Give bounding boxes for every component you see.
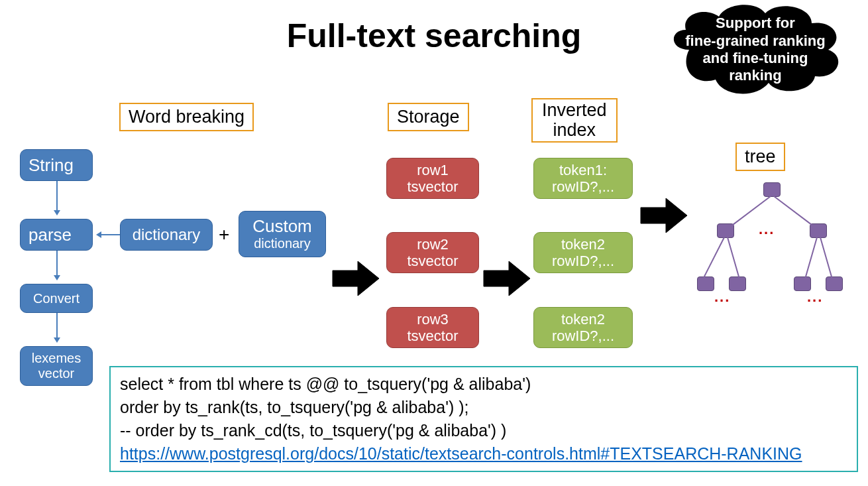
token1-l2: rowID?,... xyxy=(552,178,614,195)
tree-node-l3-1 xyxy=(697,276,714,291)
docs-link[interactable]: https://www.postgresql.org/docs/10/stati… xyxy=(120,444,802,463)
tree-edge xyxy=(820,237,833,278)
arrow-to-index xyxy=(482,259,532,301)
row3-l1: row3 xyxy=(417,311,449,328)
sql-line3: -- order by ts_rank_cd(ts, to_tsquery('p… xyxy=(120,419,847,442)
plus-sign: + xyxy=(219,224,229,245)
tree-dots-left: ... xyxy=(714,288,730,306)
label-tree: tree xyxy=(735,143,785,171)
box-convert: Convert xyxy=(20,284,93,313)
box-row1: row1 tsvector xyxy=(386,158,479,199)
custom-line1: Custom xyxy=(252,217,312,237)
tree-node-l2-right xyxy=(810,223,827,238)
sql-line1: select * from tbl where ts @@ to_tsquery… xyxy=(120,373,847,396)
token3-l1: token2 xyxy=(561,311,605,328)
token2-l1: token2 xyxy=(561,236,605,253)
box-row3: row3 tsvector xyxy=(386,307,479,348)
label-storage: Storage xyxy=(388,103,469,131)
tree-root xyxy=(763,182,781,197)
row1-l1: row1 xyxy=(417,162,449,178)
callout-cloud: Support for fine-grained ranking and fin… xyxy=(663,0,848,99)
box-string: String xyxy=(20,149,93,181)
tree-edge xyxy=(804,237,818,278)
lexemes-line1: lexemes xyxy=(32,351,81,366)
box-token2: token2 rowID?,... xyxy=(533,232,633,273)
lexemes-line2: vector xyxy=(38,366,74,381)
sql-example-box: select * from tbl where ts @@ to_tsquery… xyxy=(109,366,858,472)
sql-line2: order by ts_rank(ts, to_tsquery('pg & al… xyxy=(120,396,847,419)
box-dictionary: dictionary xyxy=(120,219,213,251)
row3-l2: tsvector xyxy=(407,328,458,344)
custom-line2: dictionary xyxy=(254,236,311,251)
tree-edge xyxy=(727,237,740,278)
label-word-breaking: Word breaking xyxy=(119,103,254,131)
tree-edge xyxy=(773,196,812,225)
arrow-dict-parse xyxy=(98,234,120,235)
label-inverted-index: Inverted index xyxy=(531,98,618,143)
slide-title: Full-text searching xyxy=(287,17,582,55)
tree-edge xyxy=(703,237,725,278)
tree-node-l3-4 xyxy=(826,276,843,291)
arrow-to-storage xyxy=(331,259,381,301)
arrow-to-tree xyxy=(639,196,689,238)
cloud-text: Support for fine-grained ranking and fin… xyxy=(678,15,832,85)
token1-l1: token1: xyxy=(559,162,607,178)
token3-l2: rowID?,... xyxy=(552,328,614,344)
tree-node-l3-2 xyxy=(729,276,746,291)
token2-l2: rowID?,... xyxy=(552,253,614,269)
arrow-convert-lexemes xyxy=(56,313,58,341)
row2-l1: row2 xyxy=(417,236,449,253)
tree-dots-right: ... xyxy=(807,288,823,306)
box-token1: token1: rowID?,... xyxy=(533,158,633,199)
box-row2: row2 tsvector xyxy=(386,232,479,273)
tree-dots-mid: ... xyxy=(759,221,775,238)
row1-l2: tsvector xyxy=(407,178,458,195)
box-token3: token2 rowID?,... xyxy=(533,307,633,348)
row2-l2: tsvector xyxy=(407,253,458,269)
tree-diagram: ... ... ... xyxy=(689,182,855,315)
box-parse: parse xyxy=(20,219,93,251)
box-custom-dictionary: Custom dictionary xyxy=(239,211,326,257)
arrow-parse-convert xyxy=(56,251,58,278)
tree-node-l2-left xyxy=(717,223,734,238)
arrow-string-parse xyxy=(56,181,58,213)
box-lexemes: lexemes vector xyxy=(20,346,93,386)
